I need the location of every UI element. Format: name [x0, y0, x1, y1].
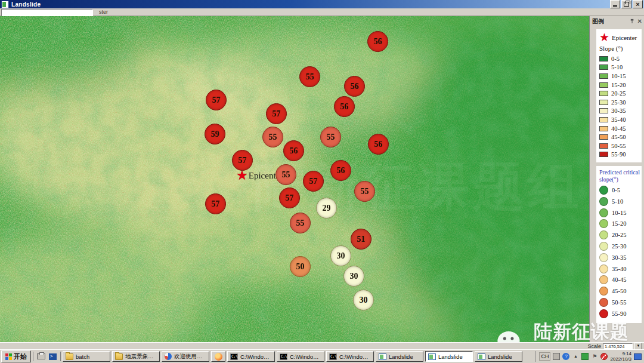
slope-point: 56: [344, 76, 365, 97]
slope-point: 55: [275, 164, 296, 185]
app-green-tray-icon[interactable]: [581, 353, 589, 360]
slope-point: 57: [266, 103, 287, 124]
critical-swatch: [599, 208, 608, 217]
scale-value-box[interactable]: 1:476,524: [603, 343, 633, 349]
network-icon[interactable]: [634, 353, 642, 360]
restore-button[interactable]: [621, 0, 631, 8]
taskbar-item[interactable]: 欢迎使用百度网盘: [162, 351, 209, 362]
netdisk-icon: [165, 353, 172, 360]
critical-range-label: 5-10: [612, 198, 623, 205]
critical-class-row: 55-90: [599, 308, 640, 319]
legend-epicenter-label: Epicenter: [612, 34, 637, 41]
map-icon: [478, 353, 485, 360]
taskbar-clock[interactable]: 9:14 2022/10/3: [610, 351, 631, 362]
critical-class-row: 45-50: [599, 285, 640, 297]
window-controls: ×: [610, 0, 643, 8]
printer-tray-icon[interactable]: [553, 353, 560, 360]
taskbar-item[interactable]: batch: [63, 351, 110, 362]
minimize-button[interactable]: [610, 0, 620, 8]
start-button[interactable]: 开始: [1, 350, 31, 362]
slope-class-row: 10-15: [599, 72, 640, 81]
taskbar-item-label: C:\Windows\syst...: [240, 353, 272, 360]
critical-range-label: 10-15: [612, 210, 627, 216]
critical-class-row: 0-5: [599, 184, 640, 196]
slope-class-row: 30-35: [599, 107, 640, 116]
map-area[interactable]: 陆新征课题组 ★ Epicenter 565556575657595555565…: [0, 16, 589, 342]
slope-point: 55: [299, 66, 320, 87]
taskbar-item-label: batch: [76, 353, 89, 360]
slope-swatch: [599, 143, 608, 149]
critical-range-label: 35-40: [612, 266, 627, 272]
printer-icon[interactable]: [37, 353, 45, 359]
critical-class-row: 30-35: [599, 252, 640, 263]
slope-range-label: 25-30: [611, 99, 626, 106]
taskbar-item[interactable]: C:\Windows\syst...: [227, 351, 275, 362]
slope-class-row: 35-40: [599, 115, 640, 124]
slope-class-row: 40-45: [599, 124, 640, 133]
slope-class-row: 20-25: [599, 89, 640, 98]
pin-icon[interactable]: [630, 19, 635, 24]
critical-range-label: 45-50: [612, 288, 627, 294]
slope-range-label: 55-90: [611, 151, 626, 158]
critical-swatch: [599, 287, 608, 296]
firefox-icon: [215, 353, 222, 361]
slope-class-row: 5-10: [599, 63, 640, 72]
app-icon: [1, 1, 9, 8]
critical-swatch: [599, 230, 608, 239]
slope-point: 30: [343, 266, 364, 287]
slope-range-label: 50-55: [611, 143, 626, 149]
critical-range-label: 0-5: [612, 187, 620, 193]
taskbar-item-label: Landslide: [389, 353, 413, 360]
critical-swatch: [599, 219, 608, 228]
blocked-tray-icon[interactable]: [600, 353, 608, 360]
slope-class-row: 0-5: [599, 54, 640, 63]
window-title: Landslide: [11, 1, 41, 8]
close-button[interactable]: ×: [633, 0, 643, 8]
restore-icon: [624, 2, 629, 7]
critical-range-label: 50-55: [612, 299, 627, 306]
critical-swatch: [599, 242, 608, 251]
critical-range-label: 40-45: [612, 276, 627, 283]
scale-dropdown-arrow[interactable]: ▼: [634, 343, 642, 350]
critical-class-list: 0-55-1010-1515-2020-2525-3030-3535-4040-…: [599, 184, 640, 319]
taskbar-item[interactable]: C:\Windows\syst...: [326, 351, 374, 362]
slope-range-label: 0-5: [611, 56, 620, 62]
critical-range-label: 15-20: [612, 220, 627, 227]
critical-swatch: [599, 197, 608, 206]
critical-class-row: 10-15: [599, 207, 640, 219]
critical-swatch: [599, 253, 608, 262]
flag-tray-icon[interactable]: [591, 353, 598, 360]
legend-close-icon[interactable]: ✕: [637, 19, 642, 24]
slope-range-label: 20-25: [611, 90, 626, 97]
taskbar-item-label: Landslide: [438, 353, 463, 360]
taskbar-item[interactable]: Landslide: [475, 351, 522, 362]
taskbar-item[interactable]: C:\Windows\syst...: [277, 351, 324, 362]
slope-range-label: 15-20: [611, 82, 626, 88]
critical-range-label: 25-30: [612, 243, 627, 250]
taskbar-item[interactable]: Landslide: [376, 351, 423, 362]
slope-point: 55: [354, 181, 375, 202]
powershell-icon[interactable]: [49, 353, 57, 360]
taskbar-item[interactable]: [211, 351, 225, 362]
taskbar-item[interactable]: Landslide: [425, 351, 473, 362]
epicenter-legend-row: ★ Epicenter: [599, 32, 640, 43]
taskbar-item[interactable]: 地震景象计算程..: [112, 351, 160, 362]
slope-point: 55: [262, 127, 283, 147]
ime-indicator[interactable]: CH: [539, 352, 550, 361]
arrow-up-tray-icon[interactable]: [572, 353, 579, 360]
critical-swatch: [599, 275, 608, 284]
start-label: 开始: [14, 352, 27, 361]
slope-class-row: 45-50: [599, 133, 640, 141]
slope-point: 30: [330, 245, 351, 266]
slope-range-label: 5-10: [611, 64, 623, 70]
slope-range-label: 30-35: [611, 107, 626, 114]
map-icon: [379, 353, 386, 360]
cmd-icon: [230, 353, 238, 360]
slope-swatch: [599, 73, 608, 79]
critical-swatch: [599, 298, 608, 307]
taskbar-item-label: 欢迎使用百度网盘: [174, 353, 206, 361]
help-tray-icon[interactable]: [562, 353, 569, 360]
critical-swatch: [599, 264, 608, 273]
critical-class-row: 20-25: [599, 229, 640, 241]
slope-point: 56: [367, 31, 388, 52]
